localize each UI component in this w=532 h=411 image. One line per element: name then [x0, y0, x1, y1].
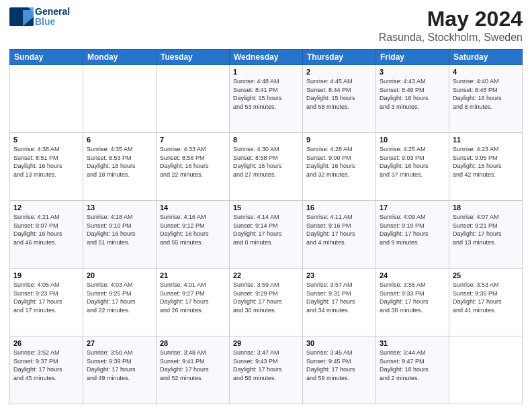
calendar-header: SundayMondayTuesdayWednesdayThursdayFrid…: [10, 50, 523, 65]
calendar-cell: 13Sunrise: 4:18 AM Sunset: 9:10 PM Dayli…: [83, 201, 157, 269]
day-info: Sunrise: 4:05 AM Sunset: 9:23 PM Dayligh…: [13, 281, 79, 314]
day-number: 27: [87, 339, 152, 347]
calendar-cell: 6Sunrise: 4:35 AM Sunset: 8:53 PM Daylig…: [83, 133, 157, 201]
day-header-monday: Monday: [83, 50, 157, 65]
week-row-0: 1Sunrise: 4:48 AM Sunset: 8:41 PM Daylig…: [10, 65, 523, 133]
day-info: Sunrise: 4:25 AM Sunset: 9:03 PM Dayligh…: [380, 145, 445, 179]
calendar-cell: 12Sunrise: 4:21 AM Sunset: 9:07 PM Dayli…: [10, 201, 83, 269]
day-header-wednesday: Wednesday: [230, 50, 303, 65]
day-header-friday: Friday: [376, 50, 449, 65]
week-row-4: 26Sunrise: 3:52 AM Sunset: 9:37 PM Dayli…: [10, 336, 523, 404]
day-number: 14: [160, 203, 226, 212]
calendar-cell: 28Sunrise: 3:48 AM Sunset: 9:41 PM Dayli…: [157, 336, 230, 404]
day-info: Sunrise: 3:45 AM Sunset: 9:45 PM Dayligh…: [306, 349, 372, 382]
day-info: Sunrise: 4:07 AM Sunset: 9:21 PM Dayligh…: [453, 213, 519, 246]
day-info: Sunrise: 3:44 AM Sunset: 9:47 PM Dayligh…: [380, 349, 445, 382]
main-title: May 2024: [379, 7, 523, 32]
day-header-tuesday: Tuesday: [157, 50, 230, 65]
calendar-cell: 27Sunrise: 3:50 AM Sunset: 9:39 PM Dayli…: [83, 336, 157, 404]
day-number: 18: [453, 203, 519, 212]
day-header-saturday: Saturday: [449, 50, 523, 65]
calendar-cell: 25Sunrise: 3:53 AM Sunset: 9:35 PM Dayli…: [449, 269, 523, 336]
day-info: Sunrise: 4:45 AM Sunset: 8:44 PM Dayligh…: [306, 77, 372, 111]
day-info: Sunrise: 4:35 AM Sunset: 8:53 PM Dayligh…: [87, 145, 152, 179]
calendar-cell: [449, 336, 523, 404]
calendar-cell: 14Sunrise: 4:16 AM Sunset: 9:12 PM Dayli…: [157, 201, 230, 269]
logo-icon: [9, 7, 34, 26]
day-info: Sunrise: 3:48 AM Sunset: 9:41 PM Dayligh…: [160, 349, 226, 382]
day-number: 1: [233, 68, 299, 76]
day-info: Sunrise: 4:01 AM Sunset: 9:27 PM Dayligh…: [160, 281, 226, 314]
logo: General Blue: [9, 7, 70, 26]
calendar-cell: 7Sunrise: 4:33 AM Sunset: 8:56 PM Daylig…: [157, 133, 230, 201]
calendar-cell: 31Sunrise: 3:44 AM Sunset: 9:47 PM Dayli…: [376, 336, 449, 404]
day-info: Sunrise: 4:16 AM Sunset: 9:12 PM Dayligh…: [160, 213, 226, 246]
calendar-cell: [157, 65, 230, 133]
day-number: 31: [380, 339, 445, 347]
day-info: Sunrise: 3:53 AM Sunset: 9:35 PM Dayligh…: [453, 281, 519, 314]
day-number: 25: [453, 271, 519, 279]
day-number: 19: [13, 271, 79, 279]
day-info: Sunrise: 4:23 AM Sunset: 9:05 PM Dayligh…: [453, 145, 519, 179]
subtitle: Rasunda, Stockholm, Sweden: [379, 32, 523, 44]
logo-name: General Blue: [35, 7, 70, 26]
day-number: 21: [160, 271, 226, 279]
day-info: Sunrise: 4:18 AM Sunset: 9:10 PM Dayligh…: [87, 213, 152, 246]
day-number: 12: [13, 203, 79, 212]
calendar-cell: 26Sunrise: 3:52 AM Sunset: 9:37 PM Dayli…: [10, 336, 83, 404]
day-info: Sunrise: 4:30 AM Sunset: 8:58 PM Dayligh…: [233, 145, 299, 179]
day-info: Sunrise: 4:09 AM Sunset: 9:19 PM Dayligh…: [380, 213, 445, 246]
calendar-cell: 15Sunrise: 4:14 AM Sunset: 9:14 PM Dayli…: [230, 201, 303, 269]
day-info: Sunrise: 4:43 AM Sunset: 8:46 PM Dayligh…: [380, 77, 445, 111]
day-header-sunday: Sunday: [10, 50, 83, 65]
day-header-thursday: Thursday: [303, 50, 376, 65]
day-info: Sunrise: 4:40 AM Sunset: 8:48 PM Dayligh…: [453, 77, 519, 111]
calendar-body: 1Sunrise: 4:48 AM Sunset: 8:41 PM Daylig…: [10, 65, 523, 404]
day-number: 7: [160, 136, 226, 144]
calendar-cell: [83, 65, 157, 133]
calendar-cell: 3Sunrise: 4:43 AM Sunset: 8:46 PM Daylig…: [376, 65, 449, 133]
calendar-cell: 11Sunrise: 4:23 AM Sunset: 9:05 PM Dayli…: [449, 133, 523, 201]
day-info: Sunrise: 3:47 AM Sunset: 9:43 PM Dayligh…: [233, 349, 299, 382]
day-number: 11: [453, 136, 519, 144]
calendar-cell: 4Sunrise: 4:40 AM Sunset: 8:48 PM Daylig…: [449, 65, 523, 133]
calendar-cell: 18Sunrise: 4:07 AM Sunset: 9:21 PM Dayli…: [449, 201, 523, 269]
calendar-cell: 16Sunrise: 4:11 AM Sunset: 9:16 PM Dayli…: [303, 201, 376, 269]
calendar-cell: 17Sunrise: 4:09 AM Sunset: 9:19 PM Dayli…: [376, 201, 449, 269]
week-row-1: 5Sunrise: 4:38 AM Sunset: 8:51 PM Daylig…: [10, 133, 523, 201]
day-number: 3: [380, 68, 445, 76]
day-number: 24: [380, 271, 445, 279]
day-number: 29: [233, 339, 299, 347]
day-info: Sunrise: 3:55 AM Sunset: 9:33 PM Dayligh…: [380, 281, 445, 314]
day-number: 13: [87, 203, 152, 212]
logo-blue: Blue: [35, 17, 70, 27]
calendar-cell: 2Sunrise: 4:45 AM Sunset: 8:44 PM Daylig…: [303, 65, 376, 133]
calendar-cell: [10, 65, 83, 133]
day-info: Sunrise: 3:52 AM Sunset: 9:37 PM Dayligh…: [13, 349, 79, 382]
day-number: 2: [306, 68, 372, 76]
day-info: Sunrise: 3:59 AM Sunset: 9:29 PM Dayligh…: [233, 281, 299, 314]
day-info: Sunrise: 4:38 AM Sunset: 8:51 PM Dayligh…: [13, 145, 79, 179]
calendar-cell: 9Sunrise: 4:28 AM Sunset: 9:00 PM Daylig…: [303, 133, 376, 201]
calendar-cell: 23Sunrise: 3:57 AM Sunset: 9:31 PM Dayli…: [303, 269, 376, 336]
calendar-cell: 5Sunrise: 4:38 AM Sunset: 8:51 PM Daylig…: [10, 133, 83, 201]
day-number: 15: [233, 203, 299, 212]
day-number: 30: [306, 339, 372, 347]
day-number: 10: [380, 136, 445, 144]
title-block: May 2024 Rasunda, Stockholm, Sweden: [379, 7, 523, 44]
week-row-2: 12Sunrise: 4:21 AM Sunset: 9:07 PM Dayli…: [10, 201, 523, 269]
day-number: 9: [306, 136, 372, 144]
calendar-cell: 21Sunrise: 4:01 AM Sunset: 9:27 PM Dayli…: [157, 269, 230, 336]
day-info: Sunrise: 3:57 AM Sunset: 9:31 PM Dayligh…: [306, 281, 372, 314]
logo-general: General: [35, 7, 70, 17]
day-info: Sunrise: 4:14 AM Sunset: 9:14 PM Dayligh…: [233, 213, 299, 246]
calendar-cell: 30Sunrise: 3:45 AM Sunset: 9:45 PM Dayli…: [303, 336, 376, 404]
calendar-cell: 24Sunrise: 3:55 AM Sunset: 9:33 PM Dayli…: [376, 269, 449, 336]
day-info: Sunrise: 4:03 AM Sunset: 9:25 PM Dayligh…: [87, 281, 152, 314]
calendar-cell: 20Sunrise: 4:03 AM Sunset: 9:25 PM Dayli…: [83, 269, 157, 336]
day-info: Sunrise: 4:33 AM Sunset: 8:56 PM Dayligh…: [160, 145, 226, 179]
header: General Blue May 2024 Rasunda, Stockholm…: [9, 7, 523, 44]
day-number: 28: [160, 339, 226, 347]
calendar-cell: 29Sunrise: 3:47 AM Sunset: 9:43 PM Dayli…: [230, 336, 303, 404]
calendar-cell: 10Sunrise: 4:25 AM Sunset: 9:03 PM Dayli…: [376, 133, 449, 201]
